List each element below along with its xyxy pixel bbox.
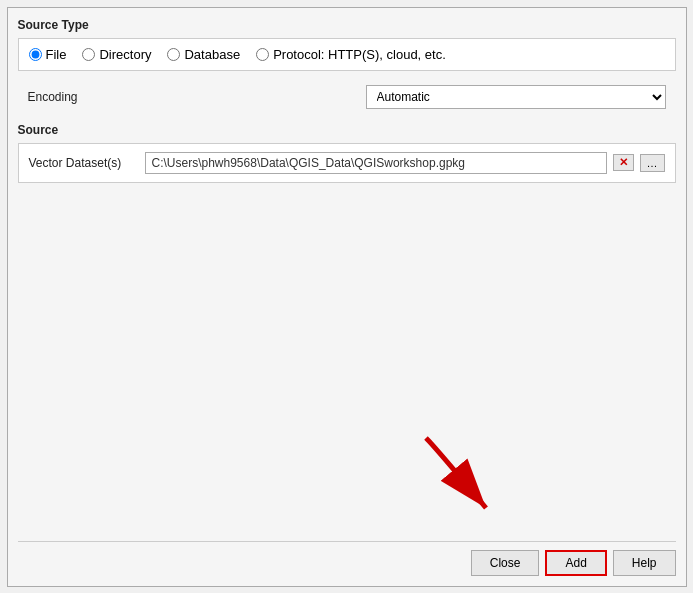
source-row: Vector Dataset(s) ✕ … (29, 152, 665, 174)
clear-button[interactable]: ✕ (613, 154, 634, 171)
help-button[interactable]: Help (613, 550, 676, 576)
radio-directory[interactable]: Directory (82, 47, 151, 62)
browse-button[interactable]: … (640, 154, 665, 172)
encoding-label: Encoding (28, 90, 78, 104)
source-section-label: Source (18, 123, 676, 137)
close-button[interactable]: Close (471, 550, 540, 576)
encoding-select[interactable]: Automatic UTF-8 ISO-8859-1 (366, 85, 666, 109)
vector-datasets-label: Vector Dataset(s) (29, 156, 139, 170)
source-type-box: File Directory Database Protocol: HTTP(S… (18, 38, 676, 71)
encoding-row: Encoding Automatic UTF-8 ISO-8859-1 (18, 81, 676, 113)
radio-row: File Directory Database Protocol: HTTP(S… (29, 47, 665, 62)
radio-database[interactable]: Database (167, 47, 240, 62)
add-vector-layer-dialog: Source Type File Directory Database Prot… (7, 7, 687, 587)
source-type-label: Source Type (18, 18, 676, 32)
source-section: Vector Dataset(s) ✕ … (18, 143, 676, 183)
radio-protocol[interactable]: Protocol: HTTP(S), cloud, etc. (256, 47, 446, 62)
add-button[interactable]: Add (545, 550, 606, 576)
radio-file[interactable]: File (29, 47, 67, 62)
file-path-input[interactable] (145, 152, 607, 174)
bottom-bar: Close Add Help (18, 541, 676, 576)
